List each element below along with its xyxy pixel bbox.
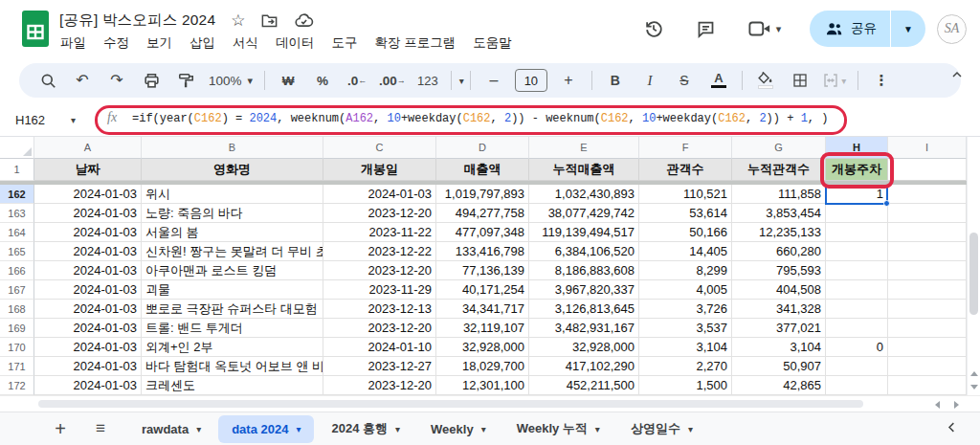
cell-I164[interactable] <box>888 223 967 242</box>
sheet-tab-data 2024[interactable]: data 2024▾ <box>218 415 314 443</box>
all-sheets-menu-icon[interactable]: ≡ <box>86 419 115 438</box>
scroll-right-icon[interactable] <box>949 399 963 410</box>
borders-button[interactable] <box>788 68 813 93</box>
cell-H164[interactable] <box>826 223 888 242</box>
cell-H163[interactable] <box>826 204 888 223</box>
cell-H172[interactable] <box>826 376 888 395</box>
search-icon[interactable] <box>35 68 60 93</box>
text-color-button[interactable]: A <box>706 68 731 93</box>
cell-C166[interactable]: 2023-12-20 <box>323 261 436 280</box>
cell-A1[interactable]: 날짜 <box>34 159 142 181</box>
bold-button[interactable]: B <box>603 68 628 93</box>
cell-G164[interactable]: 12,235,133 <box>732 223 826 242</box>
row-header-167[interactable]: 167 <box>0 280 34 300</box>
cell-F171[interactable]: 2,270 <box>639 357 732 376</box>
row-header-172[interactable]: 172 <box>0 376 34 395</box>
cell-I163[interactable] <box>888 204 967 223</box>
select-all-corner[interactable] <box>0 137 34 159</box>
cell-C163[interactable]: 2023-12-20 <box>323 204 436 223</box>
cell-I162[interactable] <box>888 185 967 204</box>
cell-I171[interactable] <box>888 357 967 376</box>
menu-item-서식[interactable]: 서식 <box>224 32 267 55</box>
col-header-H[interactable]: H <box>826 137 888 159</box>
sheet-tab-2024 흥행[interactable]: 2024 흥행▾ <box>318 415 413 443</box>
sheet-tab-caret-icon[interactable]: ▾ <box>595 424 600 434</box>
cell-F162[interactable]: 110,521 <box>639 185 732 204</box>
cell-B1[interactable]: 영화명 <box>142 159 323 181</box>
cell-F166[interactable]: 8,299 <box>639 261 732 280</box>
cell-B170[interactable]: 외계+인 2부 <box>142 338 323 357</box>
add-sheet-button[interactable]: + <box>46 418 75 440</box>
fill-handle[interactable] <box>883 200 890 207</box>
sheet-tab-Weekly[interactable]: Weekly▾ <box>417 415 500 443</box>
cell-E163[interactable]: 38,077,429,742 <box>529 204 639 223</box>
user-avatar[interactable]: SA <box>937 14 967 44</box>
col-header-A[interactable]: A <box>34 137 142 159</box>
font-family-caret-icon[interactable]: ▾ <box>459 76 464 86</box>
cell-A162[interactable]: 2024-01-03 <box>34 185 142 204</box>
row-header-171[interactable]: 171 <box>0 357 34 376</box>
cell-I167[interactable] <box>888 280 967 300</box>
cell-B171[interactable]: 바다 탐험대 옥토넛 어보브 앤 비욘드 <box>142 357 323 376</box>
cell-E164[interactable]: 119,139,494,517 <box>529 223 639 242</box>
undo-button[interactable]: ↶ <box>70 68 95 93</box>
col-header-B[interactable]: B <box>142 137 323 159</box>
sheet-tab-rawdata[interactable]: rawdata▾ <box>128 415 214 443</box>
cell-H169[interactable] <box>826 319 888 338</box>
version-history-icon[interactable] <box>634 11 674 47</box>
cell-A172[interactable]: 2024-01-03 <box>34 376 142 395</box>
cell-B166[interactable]: 아쿠아맨과 로스트 킹덤 <box>142 261 323 280</box>
row-header-169[interactable]: 169 <box>0 319 34 338</box>
decrease-font-size-button[interactable]: – <box>481 68 506 93</box>
sheet-tab-caret-icon[interactable]: ▾ <box>688 424 693 434</box>
cell-F172[interactable]: 1,500 <box>639 376 732 395</box>
cell-F168[interactable]: 3,726 <box>639 300 732 319</box>
print-button[interactable] <box>139 68 164 93</box>
menu-item-파일[interactable]: 파일 <box>52 32 95 55</box>
cell-E166[interactable]: 8,186,883,608 <box>529 261 639 280</box>
cell-A165[interactable]: 2024-01-03 <box>34 242 142 261</box>
cell-H168[interactable] <box>826 300 888 319</box>
vertical-scrollbar[interactable] <box>967 137 980 395</box>
cell-E167[interactable]: 3,967,820,337 <box>529 280 639 300</box>
sheet-tab-caret-icon[interactable]: ▾ <box>196 424 201 434</box>
cell-H162[interactable]: 1 <box>826 185 888 204</box>
row-header-1[interactable]: 1 <box>0 159 34 181</box>
cell-D166[interactable]: 77,136,139 <box>436 261 529 280</box>
name-box-caret-icon[interactable]: ▾ <box>71 115 76 125</box>
cell-D171[interactable]: 18,029,700 <box>436 357 529 376</box>
meet-caret-icon[interactable]: ▾ <box>776 23 782 35</box>
cell-B162[interactable]: 위시 <box>142 185 323 204</box>
cell-C165[interactable]: 2023-12-22 <box>323 242 436 261</box>
cell-E1[interactable]: 누적매출액 <box>529 159 639 181</box>
cell-E165[interactable]: 6,384,106,520 <box>529 242 639 261</box>
row-header-168[interactable]: 168 <box>0 300 34 319</box>
menu-item-수정[interactable]: 수정 <box>95 32 138 55</box>
cell-F164[interactable]: 50,166 <box>639 223 732 242</box>
cell-C168[interactable]: 2023-12-13 <box>323 300 436 319</box>
cell-E168[interactable]: 3,126,813,645 <box>529 300 639 319</box>
meet-video-icon[interactable]: ▾ <box>737 11 792 47</box>
cell-F170[interactable]: 3,104 <box>639 338 732 357</box>
cell-A170[interactable]: 2024-01-03 <box>34 338 142 357</box>
sheet-tab-caret-icon[interactable]: ▾ <box>296 424 301 434</box>
col-header-I[interactable]: I <box>888 137 967 159</box>
cell-D167[interactable]: 40,171,254 <box>436 280 529 300</box>
sheet-tab-상영일수[interactable]: 상영일수▾ <box>617 415 706 443</box>
document-title[interactable]: [공유] 박스오피스 2024 <box>59 11 215 31</box>
cell-D165[interactable]: 133,416,798 <box>436 242 529 261</box>
cell-A167[interactable]: 2024-01-03 <box>34 280 142 300</box>
italic-button[interactable]: I <box>637 68 662 93</box>
col-header-G[interactable]: G <box>732 137 826 159</box>
cell-B167[interactable]: 괴물 <box>142 280 323 300</box>
cell-E171[interactable]: 417,102,290 <box>529 357 639 376</box>
cell-G165[interactable]: 660,280 <box>732 242 826 261</box>
cell-B165[interactable]: 신차원! 짱구는 못말려 더 무비 초능력 대결전 <box>142 242 323 261</box>
cell-D168[interactable]: 34,341,717 <box>436 300 529 319</box>
cell-I166[interactable] <box>888 261 967 280</box>
name-box[interactable]: H162 ▾ <box>0 103 92 136</box>
menu-item-확장 프로그램[interactable]: 확장 프로그램 <box>367 32 465 55</box>
cell-I172[interactable] <box>888 376 967 395</box>
cell-G163[interactable]: 3,853,454 <box>732 204 826 223</box>
menu-item-보기[interactable]: 보기 <box>138 32 181 55</box>
